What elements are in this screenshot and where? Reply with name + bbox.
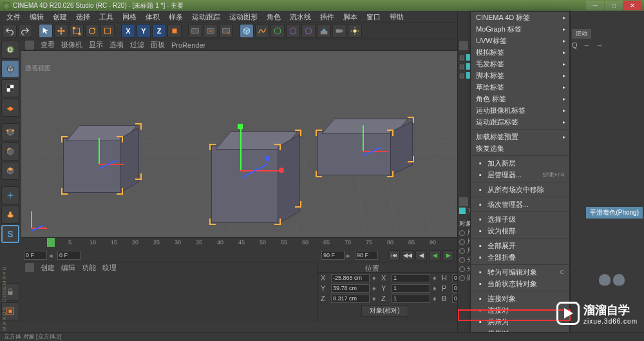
ctx-场次管理器...[interactable]: ▪场次管理器...: [471, 199, 569, 210]
menu-窗口[interactable]: 窗口: [363, 11, 384, 23]
ctx-连接对象[interactable]: ▪连接对象: [471, 293, 569, 304]
menu-样条[interactable]: 样条: [165, 11, 187, 23]
size-Z[interactable]: [392, 295, 430, 303]
mat-tab-编辑[interactable]: 编辑: [61, 263, 75, 273]
menu-脚本[interactable]: 脚本: [339, 11, 361, 23]
vp-tab-面板[interactable]: 面板: [151, 40, 165, 50]
cube-object-1[interactable]: [63, 125, 140, 193]
ctx-角色 标签[interactable]: 角色 标签: [471, 93, 569, 104]
rotate-tool[interactable]: [85, 24, 99, 38]
ctx-选择子级[interactable]: ▪选择子级: [471, 213, 569, 225]
menu-角色[interactable]: 角色: [263, 11, 285, 23]
size-Y[interactable]: [392, 284, 430, 293]
ctx-设为根部[interactable]: ▪设为根部: [471, 225, 569, 237]
cube-object-3[interactable]: [317, 119, 414, 177]
z-axis-lock[interactable]: Z: [152, 24, 166, 38]
redo-button[interactable]: [18, 24, 32, 38]
render-settings[interactable]: [219, 24, 233, 38]
render-region[interactable]: [204, 24, 218, 38]
render-view[interactable]: [188, 24, 202, 38]
ctx-MoGraph 标签[interactable]: MoGraph 标签: [471, 23, 569, 35]
generator-tool[interactable]: [286, 24, 300, 38]
minimize-button[interactable]: ─: [586, 1, 604, 10]
select-tool[interactable]: [39, 24, 53, 38]
world-axis[interactable]: [167, 24, 182, 38]
camera-tool[interactable]: [332, 24, 346, 38]
snap-toggle[interactable]: S: [1, 225, 19, 243]
radio[interactable]: [459, 230, 465, 236]
radio[interactable]: [459, 248, 465, 254]
ctx-层管理器...[interactable]: ▪层管理器...Shift+F4: [471, 169, 569, 180]
ctx-UVW标签[interactable]: UVW标签: [471, 35, 569, 46]
ctx-运动跟踪标签[interactable]: 运动跟踪标签: [471, 116, 569, 128]
phong-tag[interactable]: 平滑着色(Phong): [586, 207, 643, 219]
vp-tab-ProRender[interactable]: ProRender: [171, 41, 205, 49]
prev-frame-button[interactable]: ◀: [415, 250, 427, 260]
pos-X[interactable]: [331, 274, 370, 282]
ctx-转为可编辑对象[interactable]: ▪转为可编辑对象C: [471, 266, 569, 278]
menu-插件[interactable]: 插件: [316, 11, 338, 23]
ctx-加载标签预置[interactable]: 加载标签预置: [471, 131, 569, 142]
model-mode[interactable]: [1, 60, 19, 78]
mat-tab-功能[interactable]: 功能: [82, 263, 96, 273]
polygon-mode[interactable]: [1, 162, 19, 180]
pos-Y[interactable]: [331, 284, 370, 293]
vp-tab-查看[interactable]: 查看: [41, 40, 55, 50]
menu-创建[interactable]: 创建: [49, 11, 71, 23]
ctx-脚本标签[interactable]: 脚本标签: [471, 70, 569, 81]
move-tool[interactable]: [54, 24, 68, 38]
edge-mode[interactable]: [1, 142, 19, 161]
vp-tab-选项[interactable]: 选项: [109, 40, 124, 50]
y-axis-lock[interactable]: Y: [137, 24, 151, 38]
ctx-CINEMA 4D 标签[interactable]: CINEMA 4D 标签: [471, 12, 569, 23]
close-button[interactable]: ✕: [623, 1, 641, 10]
menu-选择[interactable]: 选择: [72, 11, 94, 23]
play-back-button[interactable]: ◀: [429, 250, 440, 260]
vp-tab-过滤[interactable]: 过滤: [130, 40, 144, 50]
vp-icon[interactable]: [25, 41, 34, 50]
deformer-tool[interactable]: [301, 24, 316, 38]
mat-tab-创建[interactable]: 创建: [41, 263, 55, 273]
play-button[interactable]: ▶: [442, 250, 454, 260]
pos-Z[interactable]: [331, 295, 370, 303]
ctx-草绘标签[interactable]: 草绘标签: [471, 81, 569, 93]
ctx-加入新层[interactable]: ▪加入新层: [471, 157, 569, 169]
radio[interactable]: [459, 239, 465, 245]
frame-prev-input[interactable]: [57, 251, 80, 260]
maximize-button[interactable]: □: [605, 1, 623, 10]
viewport-solo[interactable]: [1, 206, 19, 224]
make-editable[interactable]: [1, 41, 19, 59]
cube-object-2[interactable]: [211, 132, 301, 225]
cube-primitive[interactable]: [240, 24, 254, 38]
vp-tab-摄像机[interactable]: 摄像机: [61, 40, 82, 50]
radio[interactable]: [459, 266, 465, 272]
ctx-连接对[interactable]: ▪连接对: [471, 304, 569, 316]
nurbs-tool[interactable]: [270, 24, 285, 38]
vp-tab-显示[interactable]: 显示: [89, 40, 103, 50]
menu-流水线[interactable]: 流水线: [286, 11, 315, 23]
ctx-模拟标签[interactable]: 模拟标签: [471, 46, 569, 58]
light-tool[interactable]: [348, 24, 362, 38]
frame-start-input[interactable]: [24, 251, 47, 260]
menu-编辑[interactable]: 编辑: [26, 11, 48, 23]
menu-网格[interactable]: 网格: [118, 11, 140, 23]
ctx-运动摄像机标签[interactable]: 运动摄像机标签: [471, 104, 569, 116]
prev-key-button[interactable]: ◀◀: [402, 250, 413, 260]
last-tool[interactable]: [100, 24, 115, 38]
workplane-mode[interactable]: [1, 99, 19, 117]
x-axis-lock[interactable]: X: [121, 24, 135, 38]
goto-start-button[interactable]: ⏮: [388, 250, 400, 260]
ctx-恢复选集[interactable]: 恢复选集: [471, 142, 569, 154]
menu-帮助[interactable]: 帮助: [386, 11, 408, 23]
search-icons[interactable]: Q ← →: [572, 41, 605, 49]
ctx-全部折叠[interactable]: ▪全部折叠: [471, 251, 569, 263]
menu-工具[interactable]: 工具: [95, 11, 117, 23]
mat-icon[interactable]: [25, 263, 34, 272]
ctx-烘焙为[interactable]: ▪烘焙为: [471, 316, 569, 327]
ctx-全部展开[interactable]: ▪全部展开: [471, 240, 569, 251]
radio[interactable]: [459, 275, 465, 281]
size-X[interactable]: [392, 274, 430, 282]
menu-文件[interactable]: 文件: [3, 11, 24, 23]
menu-运动跟踪[interactable]: 运动跟踪: [188, 11, 224, 23]
enable-axis[interactable]: [1, 186, 19, 204]
